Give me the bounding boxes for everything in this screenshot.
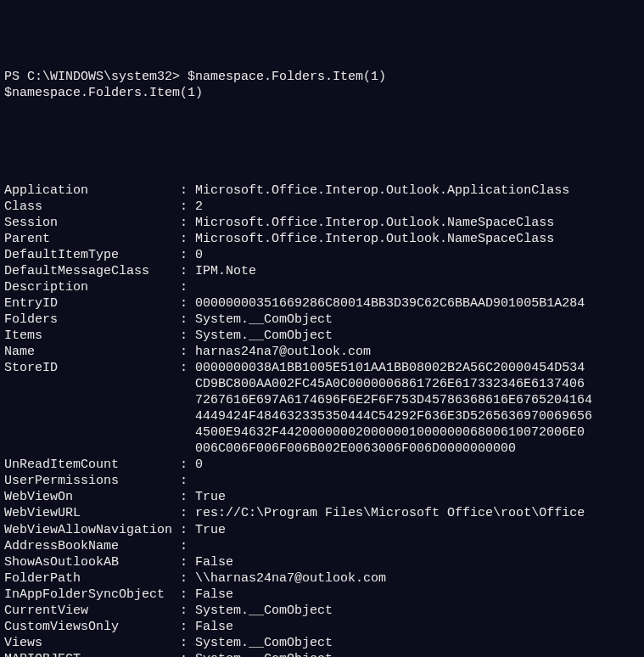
property-separator: : bbox=[180, 231, 195, 247]
property-name: FolderPath bbox=[4, 570, 180, 587]
property-separator: : bbox=[180, 554, 195, 570]
property-row: CurrentView : System.__ComObject bbox=[4, 603, 640, 619]
property-value: 00000000351669286C80014BB3D39C62C6BBAAD9… bbox=[195, 295, 585, 312]
property-value: IPM.Note bbox=[195, 263, 256, 279]
properties-list: Application : Microsoft.Office.Interop.O… bbox=[4, 182, 640, 657]
property-row: Session : Microsoft.Office.Interop.Outlo… bbox=[4, 215, 640, 231]
property-name: Folders bbox=[4, 312, 180, 328]
property-row: Items : System.__ComObject bbox=[4, 328, 640, 344]
property-value: res://C:\Program Files\Microsoft Office\… bbox=[195, 505, 585, 521]
property-name: Session bbox=[4, 215, 180, 231]
property-name: Description bbox=[4, 279, 180, 295]
property-name: ShowAsOutlookAB bbox=[4, 554, 180, 570]
command-input: $namespace.Folders.Item(1) bbox=[188, 70, 386, 84]
property-value: 0000000038A1BB1005E5101AA1BB08002B2A56C2… bbox=[195, 360, 585, 376]
property-name: StoreID bbox=[4, 360, 180, 376]
property-separator: : bbox=[180, 505, 195, 521]
blank-line bbox=[4, 149, 640, 166]
property-separator: : bbox=[180, 538, 195, 554]
property-row: Parent : Microsoft.Office.Interop.Outloo… bbox=[4, 231, 640, 247]
property-row: AddressBookName : bbox=[4, 538, 640, 554]
property-name: DefaultMessageClass bbox=[4, 263, 180, 279]
property-row: CustomViewsOnly : False bbox=[4, 619, 640, 635]
property-separator: : bbox=[180, 603, 195, 619]
property-separator: : bbox=[180, 312, 195, 328]
property-value: Microsoft.Office.Interop.Outlook.NameSpa… bbox=[195, 231, 554, 247]
property-separator: : bbox=[180, 522, 195, 538]
property-value: False bbox=[195, 554, 233, 570]
property-separator: : bbox=[180, 587, 195, 603]
property-name: AddressBookName bbox=[4, 538, 180, 554]
property-value-continuation: 7267616E697A6174696F6E2F6F753D4578636861… bbox=[4, 392, 640, 408]
property-value: 2 bbox=[195, 199, 203, 215]
property-separator: : bbox=[180, 489, 195, 505]
property-row: WebViewURL : res://C:\Program Files\Micr… bbox=[4, 505, 640, 521]
property-separator: : bbox=[180, 619, 195, 635]
property-separator: : bbox=[180, 215, 195, 231]
property-name: WebViewAllowNavigation bbox=[4, 522, 180, 538]
property-value-continuation: 4449424F484632335350444C54292F636E3D5265… bbox=[4, 408, 640, 424]
property-row: InAppFolderSyncObject : False bbox=[4, 587, 640, 603]
property-row: Folders : System.__ComObject bbox=[4, 312, 640, 328]
property-value: Microsoft.Office.Interop.Outlook.Applica… bbox=[195, 182, 569, 199]
property-row: ShowAsOutlookAB : False bbox=[4, 554, 640, 570]
property-name: InAppFolderSyncObject bbox=[4, 587, 180, 603]
property-value: System.__ComObject bbox=[195, 603, 333, 619]
property-row: DefaultItemType : 0 bbox=[4, 247, 640, 263]
property-name: CustomViewsOnly bbox=[4, 619, 180, 635]
property-value: System.__ComObject bbox=[195, 651, 333, 657]
property-name: Parent bbox=[4, 231, 180, 247]
property-value: harnas24na7@outlook.com bbox=[195, 344, 371, 360]
property-separator: : bbox=[180, 328, 195, 344]
property-name: WebViewOn bbox=[4, 489, 180, 505]
property-row: Name : harnas24na7@outlook.com bbox=[4, 344, 640, 360]
command-echo: $namespace.Folders.Item(1) bbox=[4, 85, 640, 101]
property-separator: : bbox=[180, 182, 195, 199]
property-value: Microsoft.Office.Interop.Outlook.NameSpa… bbox=[195, 215, 554, 231]
property-value: 0 bbox=[195, 457, 203, 473]
property-row: WebViewOn : True bbox=[4, 489, 640, 505]
property-row: Class : 2 bbox=[4, 199, 640, 215]
property-name: UserPermissions bbox=[4, 473, 180, 489]
property-separator: : bbox=[180, 344, 195, 360]
property-value: System.__ComObject bbox=[195, 635, 333, 651]
property-value: True bbox=[195, 489, 226, 505]
property-row: Application : Microsoft.Office.Interop.O… bbox=[4, 182, 640, 199]
property-row: Views : System.__ComObject bbox=[4, 635, 640, 651]
property-value: True bbox=[195, 522, 226, 538]
property-row: FolderPath : \\harnas24na7@outlook.com bbox=[4, 570, 640, 587]
property-separator: : bbox=[180, 457, 195, 473]
property-name: Class bbox=[4, 199, 180, 215]
property-name: EntryID bbox=[4, 295, 180, 312]
property-separator: : bbox=[180, 263, 195, 279]
property-name: CurrentView bbox=[4, 603, 180, 619]
property-separator: : bbox=[180, 279, 195, 295]
property-row: EntryID : 00000000351669286C80014BB3D39C… bbox=[4, 295, 640, 312]
property-separator: : bbox=[180, 570, 195, 587]
property-name: MAPIOBJECT bbox=[4, 651, 180, 657]
property-row: StoreID : 0000000038A1BB1005E5101AA1BB08… bbox=[4, 360, 640, 376]
property-row: UnReadItemCount : 0 bbox=[4, 457, 640, 473]
property-row: DefaultMessageClass : IPM.Note bbox=[4, 263, 640, 279]
property-name: WebViewURL bbox=[4, 505, 180, 521]
terminal-output[interactable]: PS C:\WINDOWS\system32> $namespace.Folde… bbox=[4, 69, 640, 657]
property-separator: : bbox=[180, 199, 195, 215]
property-value: System.__ComObject bbox=[195, 328, 333, 344]
property-value: System.__ComObject bbox=[195, 312, 333, 328]
property-separator: : bbox=[180, 635, 195, 651]
blank-line bbox=[4, 117, 640, 133]
property-value: False bbox=[195, 619, 233, 635]
property-row: Description : bbox=[4, 279, 640, 295]
property-row: MAPIOBJECT : System.__ComObject bbox=[4, 651, 640, 657]
property-separator: : bbox=[180, 651, 195, 657]
property-name: DefaultItemType bbox=[4, 247, 180, 263]
property-name: Application bbox=[4, 182, 180, 199]
property-name: Name bbox=[4, 344, 180, 360]
ps-prompt: PS C:\WINDOWS\system32> bbox=[4, 70, 188, 84]
property-value: 0 bbox=[195, 247, 203, 263]
property-value-continuation: CD9BC800AA002FC45A0C0000006861726E617332… bbox=[4, 376, 640, 392]
property-separator: : bbox=[180, 360, 195, 376]
property-name: Views bbox=[4, 635, 180, 651]
property-separator: : bbox=[180, 295, 195, 312]
property-row: UserPermissions : bbox=[4, 473, 640, 489]
